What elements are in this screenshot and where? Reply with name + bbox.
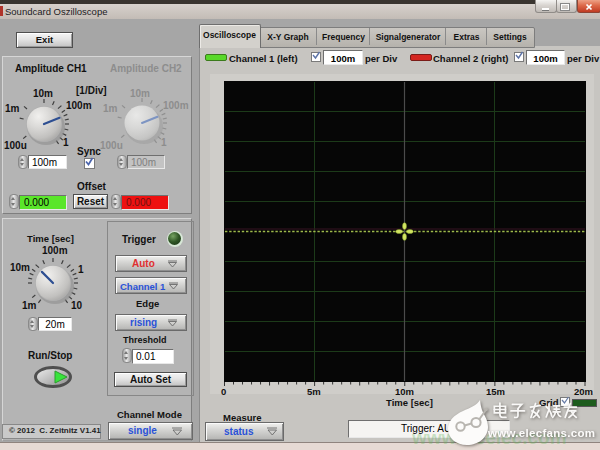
svg-text:www.elecfans.com: www.elecfans.com <box>487 427 595 439</box>
